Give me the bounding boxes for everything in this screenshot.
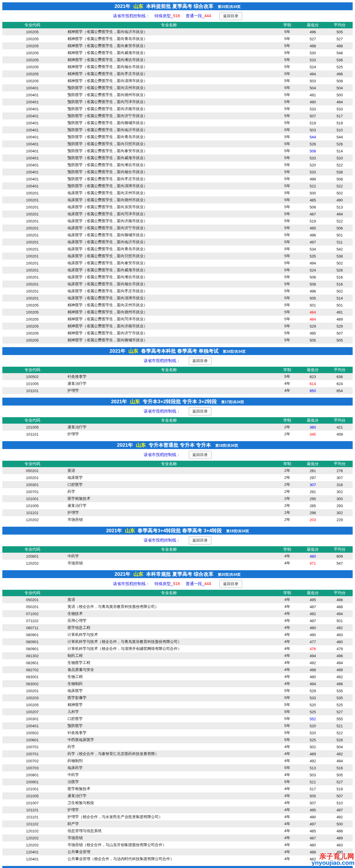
back-to-toc-button[interactable]: 返回目录	[219, 580, 242, 588]
major-code-cell: 100201	[2, 252, 62, 259]
years-cell: 5年	[275, 148, 299, 154]
major-row: 100401 预防医学（省属公费医学生，面向淄博市就业） 5年 522 522	[2, 183, 353, 189]
major-code-cell: 100401	[2, 119, 62, 126]
major-row: 100401 预防医学（省属公费医学生，面向聊城市就业） 5年 519 519	[2, 119, 353, 126]
avg-score-cell: 527	[327, 778, 353, 785]
control-line: 该省市投档控制线： 特殊类型_518 普通一段_444 返回目录	[2, 10, 353, 22]
years-cell: 2年	[275, 502, 299, 509]
avg-score-cell: 300	[327, 495, 353, 502]
control-line-value: 普通一段_444	[185, 581, 211, 586]
major-code-cell: 101001	[2, 495, 62, 502]
column-header: 专业代码	[2, 461, 62, 467]
page-indicator: 第15页/共34页	[218, 5, 240, 9]
back-to-toc-button[interactable]: 返回目录	[219, 12, 242, 20]
min-score-cell: 295	[299, 495, 327, 502]
major-row: 071002 生物技术 4年 492 494	[2, 610, 353, 617]
avg-score-cell: 492	[327, 624, 353, 631]
avg-score-cell: 525	[327, 63, 353, 70]
years-cell: 5年	[275, 322, 299, 330]
major-name-cell: 中药学	[62, 771, 275, 778]
years-cell: 4年	[275, 750, 299, 757]
years-cell: 2年	[275, 516, 299, 523]
major-name-cell: 医学信息工程	[62, 624, 275, 631]
years-cell: 5年	[275, 126, 299, 133]
column-header: 专业代码	[2, 546, 62, 553]
major-code-cell: 100205	[2, 316, 62, 322]
back-to-toc-button[interactable]: 返回目录	[189, 407, 211, 415]
back-to-toc-button[interactable]: 返回目录	[189, 357, 211, 365]
major-row: 100401 预防医学（省属公费医学生，面向德州市就业） 5年 491 500	[2, 91, 353, 98]
min-score-cell: 503	[299, 126, 327, 133]
min-score-cell: 485	[299, 196, 327, 204]
major-row: 100201 临床医学（省属公费医学生，面向聊城市就业） 5年 496 501	[2, 231, 353, 239]
avg-score-cell: 521	[327, 722, 353, 729]
avg-score-cell: 522	[327, 729, 353, 736]
years-cell: 5年	[275, 259, 299, 267]
avg-score-cell: 502	[327, 189, 353, 196]
major-code-cell: 080901	[2, 638, 62, 645]
major-row: 083002 生物制药 4年 494 496	[2, 680, 353, 687]
major-code-cell: 100205	[2, 28, 62, 35]
major-code-cell: 100201	[2, 274, 62, 281]
back-to-toc-button[interactable]: 返回目录	[189, 451, 211, 459]
years-cell: 5年	[275, 722, 299, 729]
min-score-cell: 503	[299, 771, 327, 778]
min-score-cell: 490	[299, 631, 327, 638]
major-row: 120202 市场营销 4年 471 547	[2, 560, 353, 567]
min-score-cell: 525	[299, 708, 327, 715]
page-indicator: 第18页/共34页	[215, 443, 238, 447]
section-title-year: 2021年	[110, 348, 126, 354]
years-cell: 5年	[275, 161, 299, 168]
column-header: 平均分	[327, 417, 353, 424]
major-row: 100201 临床医学（省属公费医学生，面向菏泽市就业） 5年 487 494	[2, 211, 353, 218]
major-name-cell: 临床医学（省属公费医学生，面向烟台市就业）	[62, 281, 275, 287]
major-name-cell: 预防医学（省属公费医学生，面向青岛市就业）	[62, 133, 275, 141]
column-header: 最低分	[299, 590, 327, 596]
major-name-cell: 卫生检验与检疫	[62, 799, 275, 806]
column-header: 专业名称	[62, 417, 275, 424]
years-cell: 4年	[275, 757, 299, 764]
major-row: 100201 临床医学（省属公费医学生，面向潍坊市就业） 5年 506 516	[2, 274, 353, 281]
years-cell: 4年	[275, 799, 299, 806]
major-code-cell: 100701	[2, 488, 62, 495]
avg-score-cell: 548	[327, 49, 353, 56]
major-row: 050201 英语（校企合作，与青岛英谷教育科技股份有限公司） 4年 487 4…	[2, 603, 353, 610]
min-score-cell: 494	[299, 70, 327, 78]
years-cell: 4年	[275, 560, 299, 567]
back-to-toc-button[interactable]: 返回目录	[189, 536, 211, 545]
major-row: 100205 精神医学（省属公费医学生，面向菏泽市就业） 5年 484 489	[2, 316, 353, 322]
years-cell: 4年	[275, 610, 299, 617]
major-code-cell: 100205	[2, 337, 62, 344]
years-cell: 4年	[275, 596, 299, 603]
avg-score-cell: 494	[327, 610, 353, 617]
major-code-cell: 100201	[2, 239, 62, 246]
major-code-cell: 100201	[2, 189, 62, 196]
major-code-cell: 100401	[2, 105, 62, 113]
major-row: 100205 精神医学（省属公费医学生，面向淄博市就业） 5年 503 508	[2, 78, 353, 84]
years-cell: 5年	[275, 28, 299, 35]
years-cell: 5年	[275, 70, 299, 78]
major-name-cell: 预防医学	[62, 722, 275, 729]
avg-score-cell: 555	[327, 715, 353, 722]
avg-score-cell: 506	[327, 224, 353, 231]
major-name-cell: 预防医学（省属公费医学生，面向滨州市就业）	[62, 84, 275, 91]
min-score-cell: 492	[299, 659, 327, 666]
min-score-cell: 497	[299, 617, 327, 624]
major-row: 100201 临床医学（省属公费医学生，面向青岛市就业） 5年 534 542	[2, 246, 353, 252]
avg-score-cell: 636	[327, 373, 353, 380]
major-code-cell: 101007	[2, 799, 62, 806]
major-row: 100401 预防医学（省属公费医学生，面向威海市就业） 5年 533 533	[2, 154, 353, 161]
major-name-cell: 医学影像学	[62, 694, 275, 701]
exam-batch-section: 2021年 山东 春季高考本科批 春季高考 单独考试 第16页/共34页 该省市…	[2, 347, 353, 394]
major-name-cell: 预防医学（省属公费医学生，面向济南市就业）	[62, 105, 275, 113]
min-score-cell: 533	[299, 56, 327, 63]
major-row: 100702 药物制剂 4年 492 494	[2, 757, 353, 764]
avg-score-cell: 498	[327, 596, 353, 603]
major-code-cell: 050201	[2, 467, 62, 474]
years-cell: 4年	[275, 856, 299, 863]
min-score-cell: 519	[299, 218, 327, 224]
min-score-cell: 521	[299, 778, 327, 785]
years-cell: 4年	[275, 848, 299, 856]
years-cell: 5年	[275, 168, 299, 176]
years-cell: 4年	[275, 834, 299, 841]
